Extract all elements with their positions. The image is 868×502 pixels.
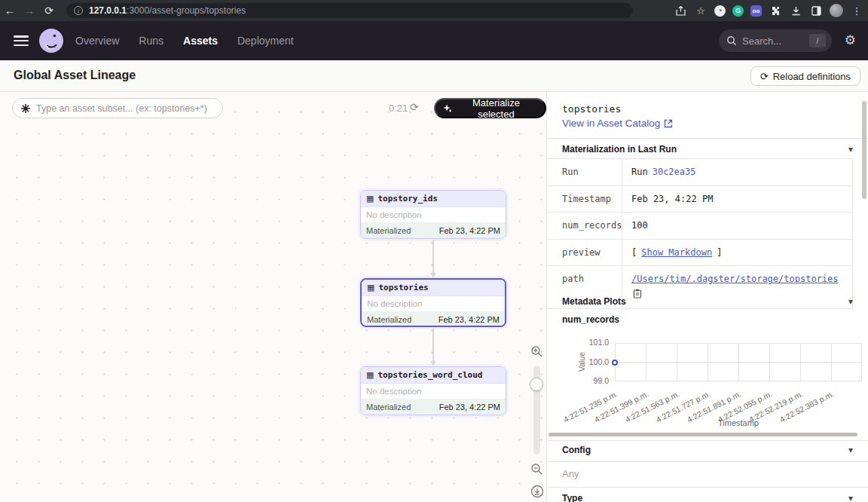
asset-status-row: Materialized Feb 23, 4:22 PM [361, 222, 506, 238]
plot-area [615, 343, 862, 381]
gridline [800, 343, 801, 381]
gridline [769, 343, 770, 381]
app-window: ← → ⟳ i 127.0.0.1:3000/asset-groups/tops… [0, 0, 868, 502]
asset-name: topstories [378, 283, 428, 292]
panel-scrollbar[interactable] [862, 101, 866, 199]
table-icon: ▦ [366, 194, 374, 203]
asset-subset-input[interactable] [36, 103, 215, 114]
asset-status-row: Materialized Feb 23, 4:22 PM [362, 311, 505, 327]
external-link-icon [664, 119, 673, 128]
section-materialization-header: Materialization in Last Run [562, 144, 677, 155]
copy-path-icon[interactable] [633, 289, 642, 301]
asset-node-topstories[interactable]: ▦ topstories No description Materialized… [360, 278, 506, 327]
data-point[interactable] [612, 360, 618, 366]
sparkle-icon [443, 103, 452, 113]
nav-item-assets[interactable]: Assets [183, 35, 218, 47]
show-markdown-link[interactable]: Show Markdown [641, 247, 712, 258]
zoom-in-icon[interactable] [530, 345, 543, 361]
graph-refresh-icon[interactable]: ⟳ [410, 101, 419, 113]
app-navbar: Overview Runs Assets Deployment / ⚙ [0, 21, 868, 60]
browser-menu-icon[interactable]: ⋮ [850, 4, 863, 17]
section-type-header: Type [562, 493, 582, 502]
nav-item-runs[interactable]: Runs [139, 35, 164, 47]
browser-profile-avatar[interactable] [830, 4, 843, 17]
global-search[interactable]: / [719, 29, 832, 52]
settings-gear-icon[interactable]: ⚙ [845, 33, 856, 48]
asset-name: topstory_ids [377, 194, 437, 204]
refresh-icon: ⟳ [760, 71, 769, 82]
grammarly-extension-icon[interactable]: G [732, 5, 744, 17]
materialization-timestamp: Feb 23, 4:22 PM [439, 226, 500, 235]
gridline [708, 343, 708, 381]
asset-description: No description [361, 207, 506, 222]
asset-node-topstory-ids[interactable]: ▦ topstory_ids No description Materializ… [360, 190, 506, 239]
bookmark-star-icon[interactable]: ☆ [694, 4, 708, 17]
materialization-timestamp: Feb 23, 4:22 PM [439, 403, 500, 412]
value-text: Run [631, 167, 648, 177]
nav-item-deployment[interactable]: Deployment [237, 35, 294, 47]
status-badge: Materialized [367, 315, 411, 324]
view-in-asset-catalog-link[interactable]: View in Asset Catalog [562, 118, 673, 129]
site-info-icon[interactable]: i [74, 6, 83, 15]
table-icon: ▦ [366, 371, 374, 379]
download-icon[interactable] [789, 4, 802, 17]
catalog-link-label: View in Asset Catalog [562, 118, 660, 129]
table-row: num_records 100 [547, 213, 852, 240]
divider [547, 440, 868, 441]
collapse-chevron-icon[interactable]: ▾ [848, 445, 853, 455]
reload-definitions-button[interactable]: ⟳ Reload definitions [750, 66, 860, 86]
gridline [861, 343, 862, 381]
dagster-logo[interactable] [38, 27, 65, 54]
asset-lineage-graph[interactable]: 0:21 ⟳ Materialize selected ▦ topstory_i… [0, 92, 546, 502]
extension-icon-2[interactable]: oo [750, 5, 762, 17]
share-icon[interactable] [674, 4, 687, 17]
metadata-value: Run30c2ea35 [622, 159, 852, 185]
asset-name: topstories_word_cloud [377, 370, 482, 380]
zoom-out-icon[interactable] [530, 463, 543, 479]
sidebar-panel-icon[interactable] [809, 4, 823, 17]
materialize-selected-button[interactable]: Materialize selected [434, 98, 546, 118]
config-value: Any [562, 468, 579, 479]
metadata-value: 100 [622, 213, 852, 239]
plot-title: num_records [562, 314, 619, 325]
y-axis-title: Value [577, 339, 586, 384]
gridline [677, 343, 677, 381]
extension-icon-1[interactable]: ◔ [714, 5, 726, 17]
path-link[interactable]: /Users/tim/.dagster/storage/topstories [631, 274, 839, 284]
extensions-puzzle-icon[interactable] [769, 4, 782, 17]
divider [547, 487, 868, 488]
asset-node-header: ▦ topstory_ids [361, 191, 506, 207]
bracket-close: ] [717, 247, 722, 258]
collapse-chevron-icon[interactable]: ▾ [848, 296, 853, 307]
asset-status-row: Materialized Feb 23, 4:22 PM [361, 399, 506, 415]
metadata-key: Timestamp [547, 186, 622, 213]
search-icon [726, 35, 737, 46]
asset-subset-filter[interactable] [12, 98, 223, 118]
metadata-value: Feb 23, 4:22 PM [622, 186, 852, 213]
asset-node-topstories-word-cloud[interactable]: ▦ topstories_word_cloud No description M… [360, 366, 506, 415]
nav-item-overview[interactable]: Overview [75, 35, 119, 47]
metadata-key: num_records [547, 213, 622, 239]
gridline [646, 343, 646, 381]
collapse-chevron-icon[interactable]: ▾ [848, 144, 853, 155]
horizontal-scrollbar[interactable] [549, 433, 857, 436]
collapse-chevron-icon[interactable]: ▾ [848, 493, 853, 502]
url-text: 127.0.0.1:3000/asset-groups/topstories [89, 5, 246, 16]
browser-forward-button[interactable]: → [20, 0, 39, 21]
fit-view-icon[interactable] [530, 485, 544, 501]
zoom-slider-handle[interactable] [530, 378, 543, 391]
metadata-value: [Show Markdown] [622, 240, 852, 266]
metadata-value: /Users/tim/.dagster/storage/topstories [622, 266, 852, 308]
lineage-edge [432, 240, 434, 273]
hamburger-menu-icon[interactable] [14, 35, 29, 46]
asset-filter-icon [20, 103, 31, 114]
materialize-selected-label: Materialize selected [457, 97, 536, 120]
run-link[interactable]: 30c2ea35 [653, 167, 696, 177]
search-input[interactable] [742, 35, 809, 47]
browser-back-button[interactable]: ← [0, 0, 20, 21]
lineage-edge [432, 328, 434, 361]
address-bar[interactable]: i 127.0.0.1:3000/asset-groups/topstories [66, 3, 633, 18]
browser-reload-button[interactable]: ⟳ [39, 0, 59, 21]
page-title: Global Asset Lineage [14, 69, 136, 82]
panel-asset-name: topstories [562, 103, 621, 115]
